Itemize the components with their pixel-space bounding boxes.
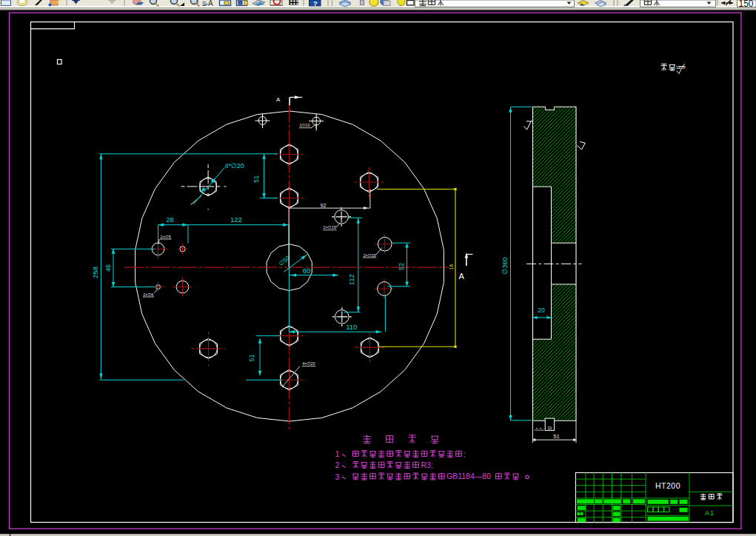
- svg-text:A: A: [276, 96, 281, 103]
- svg-text:51: 51: [553, 433, 559, 440]
- svg-text:HT200: HT200: [655, 481, 680, 490]
- svg-text:110: 110: [346, 323, 357, 331]
- svg-text:∅360: ∅360: [501, 258, 509, 275]
- svg-text:2×∅5: 2×∅5: [161, 235, 171, 239]
- svg-text:1∅10: 1∅10: [300, 123, 310, 127]
- svg-text:R3;: R3;: [421, 460, 433, 469]
- svg-text:2: 2: [335, 460, 340, 469]
- svg-text:A: A: [459, 272, 465, 281]
- svg-text:11: 11: [547, 426, 552, 430]
- svg-text:258: 258: [91, 267, 99, 278]
- svg-text:51: 51: [253, 175, 261, 183]
- svg-text:3: 3: [335, 472, 340, 481]
- svg-text:A1: A1: [705, 509, 715, 517]
- svg-text:52: 52: [398, 263, 405, 270]
- svg-text:GB1184—80: GB1184—80: [446, 472, 491, 480]
- svg-text:4×∅20: 4×∅20: [302, 361, 315, 366]
- svg-text:2×∅15: 2×∅15: [363, 253, 375, 258]
- svg-text:2×∅15: 2×∅15: [324, 225, 336, 230]
- svg-text:2×∅6: 2×∅6: [143, 292, 153, 297]
- svg-text:A: A: [208, 0, 213, 7]
- svg-text:112: 112: [347, 274, 355, 285]
- svg-text:150: 150: [739, 0, 754, 9]
- svg-text:60: 60: [303, 267, 311, 275]
- svg-text:1: 1: [335, 449, 340, 458]
- svg-text:51: 51: [249, 354, 256, 361]
- svg-text:16: 16: [449, 264, 454, 270]
- svg-text:?: ?: [313, 0, 318, 7]
- svg-text:28: 28: [166, 215, 174, 224]
- svg-text:20: 20: [538, 306, 545, 314]
- svg-text:;: ;: [464, 450, 466, 458]
- svg-text:46: 46: [104, 264, 112, 272]
- svg-text:4*∅20: 4*∅20: [225, 162, 244, 170]
- svg-text:S: S: [202, 0, 207, 7]
- svg-text:92: 92: [321, 203, 327, 208]
- svg-text:122: 122: [230, 215, 242, 224]
- svg-text:12.5: 12.5: [676, 65, 685, 70]
